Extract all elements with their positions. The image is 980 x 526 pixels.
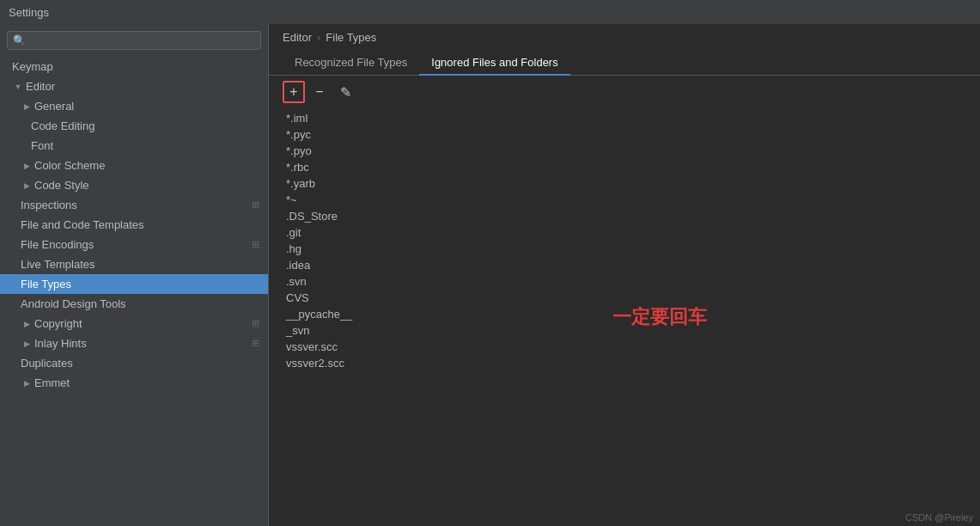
expand-arrow-editor: ▼ [12, 81, 24, 93]
sidebar: 🔍 Keymap ▼ Editor ▶ General Code Editing [0, 24, 269, 526]
file-list-item[interactable]: .idea [283, 257, 966, 273]
sidebar-item-color-scheme[interactable]: ▶ Color Scheme [0, 156, 268, 175]
file-list-container: *.iml*.pyc*.pyo*.rbc*.yarb*~.DS_Store.gi… [269, 108, 980, 526]
file-list-item[interactable]: vssver.scc [283, 339, 966, 355]
expand-arrow-color-scheme: ▶ [21, 160, 33, 172]
watermark: CSDN @Pireley [905, 512, 973, 523]
sidebar-section: Keymap ▼ Editor ▶ General Code Editing F… [0, 55, 268, 394]
file-list-item[interactable]: .DS_Store [283, 208, 966, 224]
sidebar-item-inspections[interactable]: Inspections ⊞ [0, 195, 268, 215]
file-list-item[interactable]: *.rbc [283, 159, 966, 175]
sidebar-item-emmet[interactable]: ▶ Emmet [0, 373, 268, 393]
sidebar-item-live-templates[interactable]: Live Templates [0, 254, 268, 274]
copyright-icon: ⊞ [252, 318, 259, 329]
content-area: Editor › File Types Recognized File Type… [269, 24, 980, 526]
sidebar-item-font[interactable]: Font [0, 136, 268, 156]
sidebar-item-file-encodings[interactable]: File Encodings ⊞ [0, 235, 268, 254]
sidebar-item-editor[interactable]: ▼ Editor [0, 76, 268, 96]
search-icon: 🔍 [13, 34, 26, 46]
file-list-item[interactable]: __pycache__ [283, 306, 966, 322]
search-bar[interactable]: 🔍 [7, 31, 261, 50]
file-list-item[interactable]: .hg [283, 241, 966, 257]
sidebar-item-general[interactable]: ▶ General [0, 96, 268, 116]
expand-arrow-general: ▶ [21, 101, 33, 113]
tab-recognized[interactable]: Recognized File Types [283, 51, 419, 76]
toolbar: + − ✎ [269, 76, 980, 108]
expand-arrow-copyright: ▶ [21, 318, 33, 330]
breadcrumb-editor: Editor [283, 31, 312, 44]
file-list-item[interactable]: _svn [283, 322, 966, 339]
sidebar-item-file-types[interactable]: File Types [0, 274, 268, 294]
file-list-item[interactable]: CVS [283, 290, 966, 306]
sidebar-item-android-design-tools[interactable]: Android Design Tools [0, 294, 268, 314]
sidebar-item-keymap[interactable]: Keymap [0, 57, 268, 76]
sidebar-item-inlay-hints[interactable]: ▶ Inlay Hints ⊞ [0, 333, 268, 353]
tabs-bar: Recognized File Types Ignored Files and … [269, 51, 980, 76]
search-input[interactable] [29, 34, 255, 46]
sidebar-item-copyright[interactable]: ▶ Copyright ⊞ [0, 314, 268, 333]
file-list-item[interactable]: .svn [283, 273, 966, 290]
breadcrumb: Editor › File Types [269, 24, 980, 51]
tab-ignored[interactable]: Ignored Files and Folders [419, 51, 569, 76]
file-list: *.iml*.pyc*.pyo*.rbc*.yarb*~.DS_Store.gi… [269, 108, 980, 526]
main-layout: 🔍 Keymap ▼ Editor ▶ General Code Editing [0, 24, 980, 526]
file-list-item[interactable]: .git [283, 224, 966, 241]
file-list-item[interactable]: *.pyc [283, 126, 966, 143]
file-list-item[interactable]: *.yarb [283, 175, 966, 192]
sidebar-item-code-style[interactable]: ▶ Code Style [0, 175, 268, 195]
inspections-icon: ⊞ [252, 199, 259, 211]
add-button[interactable]: + [283, 81, 305, 103]
expand-arrow-code-style: ▶ [21, 180, 33, 192]
expand-arrow-emmet: ▶ [21, 377, 33, 389]
file-list-item[interactable]: vssver2.scc [283, 355, 966, 371]
edit-button[interactable]: ✎ [334, 81, 356, 103]
expand-arrow-inlay-hints: ▶ [21, 338, 33, 350]
file-list-item[interactable]: *.pyo [283, 143, 966, 159]
remove-button[interactable]: − [308, 81, 331, 103]
title-label: Settings [9, 6, 49, 19]
breadcrumb-separator: › [317, 31, 320, 44]
title-bar: Settings [0, 0, 980, 24]
sidebar-item-code-editing[interactable]: Code Editing [0, 116, 268, 136]
sidebar-item-duplicates[interactable]: Duplicates [0, 353, 268, 373]
file-list-item[interactable]: *.iml [283, 110, 966, 126]
inlay-hints-icon: ⊞ [252, 338, 259, 349]
sidebar-item-file-and-code-templates[interactable]: File and Code Templates [0, 215, 268, 235]
file-list-item[interactable]: *~ [283, 192, 966, 208]
file-encodings-icon: ⊞ [252, 239, 259, 250]
breadcrumb-current: File Types [326, 31, 376, 44]
